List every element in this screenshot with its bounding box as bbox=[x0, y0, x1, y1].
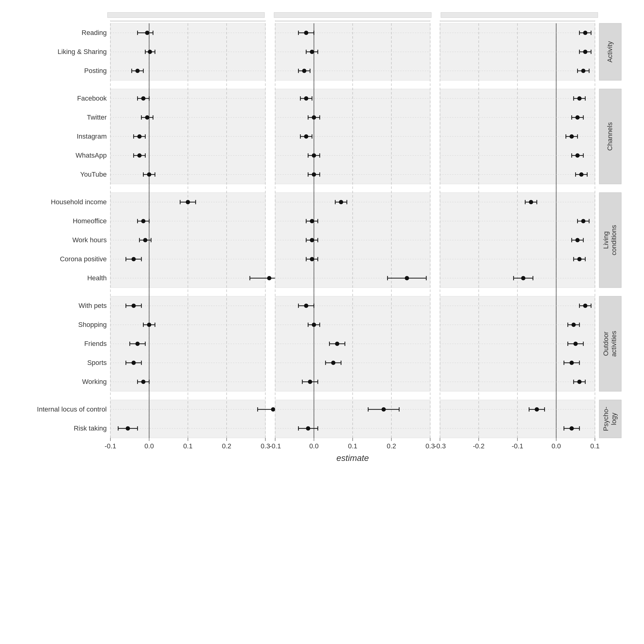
panel-titles-row bbox=[107, 12, 598, 18]
panel-title-negative bbox=[441, 12, 598, 18]
chart-container bbox=[21, 12, 623, 632]
panel-title-positive bbox=[274, 12, 431, 18]
main-area bbox=[21, 20, 623, 632]
panel-title-life bbox=[107, 12, 265, 18]
